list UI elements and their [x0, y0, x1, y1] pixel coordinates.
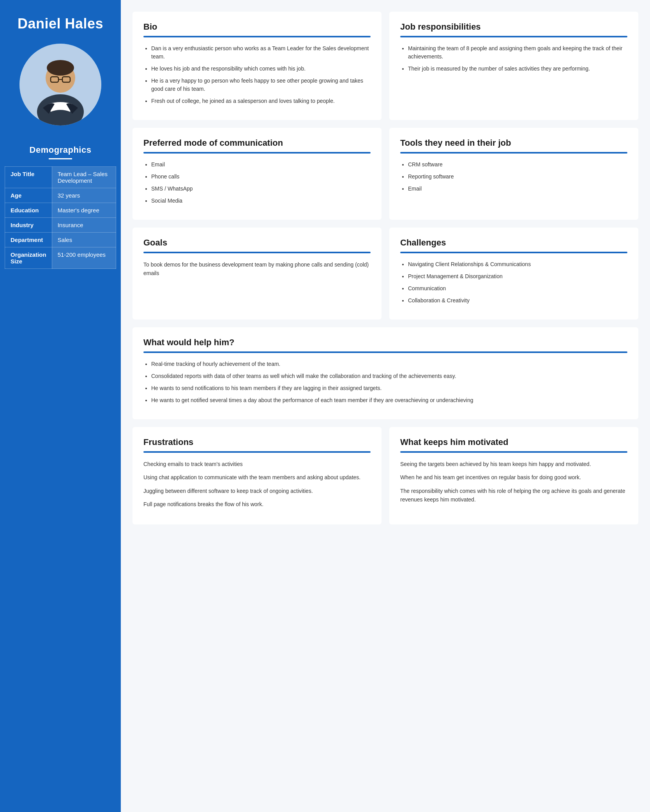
bio-list: Dan is a very enthusiastic person who wo…	[143, 44, 371, 105]
motivated-list: Seeing the targets been achieved by his …	[400, 460, 627, 504]
list-item: Using chat application to communicate wi…	[143, 473, 371, 482]
job-responsibilities-list: Maintaining the team of 8 people and ass…	[400, 44, 627, 73]
row-goals-challenges: Goals To book demos for the business dev…	[132, 228, 638, 320]
list-item: Consolidated reports with data of other …	[151, 372, 627, 380]
list-item: Email	[408, 185, 627, 193]
goals-divider	[143, 252, 371, 253]
frustrations-divider	[143, 451, 371, 453]
demo-label: Industry	[5, 218, 52, 233]
list-item: Navigating Client Relationships & Commun…	[408, 260, 627, 268]
main-content: Bio Dan is a very enthusiastic person wh…	[121, 0, 650, 812]
list-item: Collaboration & Creativity	[408, 297, 627, 305]
list-item: SMS / WhatsApp	[151, 185, 371, 193]
what-would-help-list: Real-time tracking of hourly achievement…	[143, 360, 627, 404]
tools-card: Tools they need in their job CRM softwar…	[389, 128, 638, 220]
job-responsibilities-divider	[400, 36, 627, 37]
list-item: Project Management & Disorganization	[408, 272, 627, 281]
motivated-card: What keeps him motivated Seeing the targ…	[389, 427, 638, 524]
list-item: Fresh out of college, he joined as a sal…	[151, 97, 371, 105]
list-item: When he and his team get incentives on r…	[400, 473, 627, 482]
list-item: Dan is a very enthusiastic person who wo…	[151, 44, 371, 61]
list-item: Full page notifications breaks the flow …	[143, 500, 371, 508]
svg-point-3	[47, 60, 74, 76]
frustrations-title: Frustrations	[143, 437, 371, 447]
demo-label: Age	[5, 188, 52, 203]
demo-value: 51-200 employees	[52, 247, 116, 269]
row-frustrations-motivated: Frustrations Checking emails to track te…	[132, 427, 638, 524]
demographics-divider	[49, 158, 72, 159]
sidebar: Daniel Hales Demographics Job Titl	[0, 0, 121, 812]
demo-label: Department	[5, 233, 52, 247]
bio-divider	[143, 36, 371, 37]
list-item: He wants to send notifications to his te…	[151, 384, 627, 392]
list-item: Maintaining the team of 8 people and ass…	[408, 44, 627, 61]
list-item: Social Media	[151, 197, 371, 205]
challenges-list: Navigating Client Relationships & Commun…	[400, 260, 627, 305]
demo-label: Job Title	[5, 167, 52, 188]
list-item: He wants to get notified several times a…	[151, 396, 627, 404]
demo-value: Team Lead – Sales Development	[52, 167, 116, 188]
communication-divider	[143, 152, 371, 154]
what-would-help-divider	[143, 351, 627, 353]
demo-value: 32 years	[52, 188, 116, 203]
person-name: Daniel Hales	[10, 16, 111, 32]
what-would-help-title: What would help him?	[143, 337, 627, 348]
tools-divider	[400, 152, 627, 154]
motivated-divider	[400, 451, 627, 453]
list-item: Reporting software	[408, 173, 627, 181]
goals-card: Goals To book demos for the business dev…	[132, 228, 382, 320]
list-item: He is a very happy to go person who feel…	[151, 77, 371, 93]
motivated-title: What keeps him motivated	[400, 437, 627, 447]
demographics-table: Job TitleTeam Lead – Sales DevelopmentAg…	[5, 166, 116, 269]
row-comm-tools: Preferred mode of communication EmailPho…	[132, 128, 638, 220]
bio-title: Bio	[143, 22, 371, 32]
list-item: Real-time tracking of hourly achievement…	[151, 360, 627, 368]
demo-label: Organization Size	[5, 247, 52, 269]
list-item: Phone calls	[151, 173, 371, 181]
job-responsibilities-card: Job responsibilities Maintaining the tea…	[389, 12, 638, 120]
frustrations-list: Checking emails to track team's activiti…	[143, 460, 371, 509]
what-would-help-card: What would help him? Real-time tracking …	[132, 327, 638, 419]
demographics-title: Demographics	[5, 145, 116, 155]
challenges-title: Challenges	[400, 238, 627, 248]
list-item: He loves his job and the responsibility …	[151, 65, 371, 73]
communication-card: Preferred mode of communication EmailPho…	[132, 128, 382, 220]
challenges-divider	[400, 252, 627, 253]
communication-list: EmailPhone callsSMS / WhatsAppSocial Med…	[143, 161, 371, 205]
list-item: Juggling between different software to k…	[143, 487, 371, 495]
goals-text: To book demos for the business developme…	[143, 260, 371, 278]
list-item: Their job is measured by the number of s…	[408, 65, 627, 73]
tools-title: Tools they need in their job	[400, 138, 627, 148]
row-bio-jobres: Bio Dan is a very enthusiastic person wh…	[132, 12, 638, 120]
list-item: Email	[151, 161, 371, 169]
demo-value: Master's degree	[52, 203, 116, 218]
list-item: CRM software	[408, 161, 627, 169]
list-item: Communication	[408, 284, 627, 293]
tools-list: CRM softwareReporting softwareEmail	[400, 161, 627, 193]
goals-title: Goals	[143, 238, 371, 248]
bio-card: Bio Dan is a very enthusiastic person wh…	[132, 12, 382, 120]
frustrations-card: Frustrations Checking emails to track te…	[132, 427, 382, 524]
communication-title: Preferred mode of communication	[143, 138, 371, 148]
challenges-card: Challenges Navigating Client Relationshi…	[389, 228, 638, 320]
job-responsibilities-title: Job responsibilities	[400, 22, 627, 32]
demo-value: Insurance	[52, 218, 116, 233]
avatar	[19, 44, 101, 125]
demo-value: Sales	[52, 233, 116, 247]
list-item: The responsibility which comes with his …	[400, 487, 627, 504]
list-item: Seeing the targets been achieved by his …	[400, 460, 627, 468]
list-item: Checking emails to track team's activiti…	[143, 460, 371, 468]
demo-label: Education	[5, 203, 52, 218]
